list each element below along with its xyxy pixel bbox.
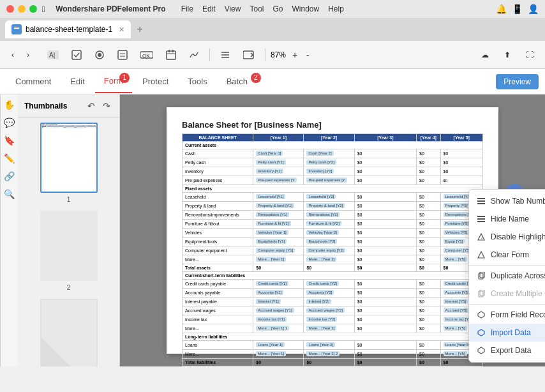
tab-edit[interactable]: Edit — [61, 70, 93, 93]
list-tool-btn[interactable] — [112, 46, 133, 64]
page-num-1: 1 — [66, 195, 70, 203]
preview-button[interactable]: Preview — [496, 74, 539, 89]
zoom-decrease-btn[interactable]: - — [301, 49, 314, 61]
svg-marker-36 — [478, 347, 484, 354]
tab-document[interactable]: balance-sheet-template-1 ✕ — [5, 20, 131, 38]
thumbnail-page-3[interactable]: 3 — [23, 299, 114, 366]
new-tab-button[interactable]: + — [133, 23, 146, 36]
cloud-save-icon[interactable]: ☁ — [476, 46, 494, 64]
menu-item-export-data[interactable]: Export Data — [469, 342, 545, 359]
menu-tool[interactable]: Tool — [246, 3, 267, 15]
tab-protect[interactable]: Protect — [133, 70, 177, 93]
hand-tool-icon[interactable]: ✋ — [4, 100, 15, 110]
thumbnail-page-1[interactable]: Balance Sheet for [Business Name] BALANC… — [23, 123, 114, 203]
menu-item-clear-form-label: Clear Form — [491, 250, 529, 259]
menu-window[interactable]: Window — [288, 3, 323, 15]
device-icon[interactable]: 📱 — [512, 4, 523, 14]
import-data-icon — [477, 328, 486, 337]
close-button[interactable] — [6, 5, 14, 13]
document-page: Balance Sheet for [Business Name] BALANC… — [167, 107, 498, 354]
toolbar-right: ☁ ⬆ ⛶ — [476, 46, 539, 64]
menu-edit[interactable]: Edit — [198, 3, 220, 15]
zoom-icon[interactable]: 🔍 — [4, 189, 15, 199]
menu-file[interactable]: File — [177, 3, 197, 15]
traffic-lights[interactable] — [6, 5, 37, 13]
row-inventory-label: Inventory — [183, 167, 253, 176]
text-tool-btn[interactable]: A| — [42, 46, 64, 64]
show-tab-numbers-icon — [477, 197, 486, 206]
svg-rect-20 — [243, 51, 253, 59]
menu-item-create-copies-label: Create Multiple Copies — [491, 289, 545, 298]
bookmark-icon[interactable]: 🔖 — [4, 135, 15, 146]
menu-item-export-data-label: Export Data — [491, 346, 531, 355]
user-avatar[interactable]: 👤 — [528, 4, 539, 14]
thumbnail-img-3 — [40, 299, 98, 366]
input-tool-btn[interactable]: OK — [135, 46, 158, 64]
tab-form[interactable]: Form 1 — [95, 70, 132, 93]
minimize-button[interactable] — [18, 5, 26, 13]
more-form-btn[interactable] — [238, 46, 260, 64]
col-header-y2: [Year 2] — [304, 134, 354, 142]
doc-title: Balance Sheet for [Business Name] — [182, 120, 483, 130]
document-area[interactable]: Balance Sheet for [Business Name] BALANC… — [120, 94, 545, 366]
balance-sheet-table: BALANCE SHEET [Year 1] [Year 2] [Year 3]… — [182, 133, 483, 366]
svg-marker-34 — [478, 312, 484, 318]
svg-point-7 — [98, 53, 101, 57]
menu-item-disable-highlight[interactable]: ✓ Disable Highlight — [469, 228, 545, 246]
menu-item-show-tab-numbers-label: Show Tab Numbers — [491, 197, 545, 206]
link-icon[interactable]: 🔗 — [4, 171, 15, 181]
tab-close-icon[interactable]: ✕ — [119, 26, 124, 34]
expand-icon[interactable]: ⛶ — [521, 46, 539, 64]
toolbar-btn-back[interactable]: ‹ — [6, 46, 19, 64]
menu-item-duplicate-pages[interactable]: Duplicate Across Pages — [469, 267, 545, 285]
thumbnail-img-1: Balance Sheet for [Business Name] BALANC… — [40, 123, 98, 193]
svg-rect-13 — [167, 51, 175, 59]
clear-form-icon — [477, 250, 486, 259]
sidebar-prev-btn[interactable]: ↶ — [85, 100, 98, 112]
svg-rect-24 — [477, 216, 485, 217]
zoom-increase-btn[interactable]: + — [287, 49, 300, 61]
menu-separator-1 — [469, 265, 545, 266]
sidebar-next-btn[interactable]: ↷ — [100, 100, 113, 112]
align-tool-btn[interactable] — [215, 46, 235, 64]
zoom-control[interactable]: 87% + - — [271, 49, 314, 61]
thumbnail-sidebar: Thumbnails ↶ ↷ Balance Sheet for [Busine… — [18, 94, 120, 366]
checkbox-tool-btn[interactable] — [66, 46, 87, 64]
tab-comment[interactable]: Comment — [6, 70, 60, 93]
menu-help[interactable]: Help — [324, 3, 348, 15]
notifications-icon[interactable]: 🔔 — [496, 4, 507, 14]
toolbar-sep-2 — [265, 49, 265, 61]
toolbar-separator — [209, 49, 210, 61]
menu-item-show-tab-numbers[interactable]: Show Tab Numbers — [469, 192, 545, 210]
radio-tool-btn[interactable] — [89, 46, 110, 64]
menu-item-import-data[interactable]: Import Data — [469, 324, 545, 342]
menu-item-clear-form[interactable]: Clear Form — [469, 246, 545, 264]
col-header-label: BALANCE SHEET — [183, 134, 253, 142]
tab-batch[interactable]: Batch ˅ 2 — [218, 70, 264, 93]
share-icon[interactable]: ⬆ — [499, 46, 516, 64]
menu-view[interactable]: View — [221, 3, 245, 15]
form-badge: 1 — [119, 73, 130, 83]
toolbar-btn-forward[interactable]: › — [22, 46, 34, 64]
edit-icon[interactable]: ✏️ — [4, 153, 15, 163]
menu-item-create-copies: Create Multiple Copies — [469, 285, 545, 303]
tab-doc-icon — [11, 24, 22, 34]
svg-rect-31 — [480, 272, 484, 278]
menu-go[interactable]: Go — [269, 3, 287, 15]
svg-marker-29 — [478, 252, 484, 258]
thumbnail-img-2 — [40, 211, 98, 281]
svg-rect-33 — [480, 290, 484, 296]
tab-tools[interactable]: Tools — [179, 70, 216, 93]
left-sidebar-tools: ✋ 💬 🔖 ✏️ 🔗 🔍 — [0, 94, 18, 366]
menu-item-form-field-recognition[interactable]: Form Field Recognition — [469, 306, 545, 324]
date-tool-btn[interactable] — [161, 46, 181, 64]
svg-rect-1 — [14, 27, 19, 27]
sign-tool-btn[interactable] — [184, 46, 204, 64]
menu-item-duplicate-pages-label: Duplicate Across Pages — [491, 271, 545, 280]
comment-icon[interactable]: 💬 — [4, 117, 15, 128]
thumbnail-page-2[interactable]: 2 — [23, 211, 114, 291]
maximize-button[interactable] — [29, 5, 37, 13]
section-current-assets: Current assets — [183, 142, 483, 149]
tab-comment-label: Comment — [15, 77, 51, 86]
menu-item-hide-name[interactable]: Hide Name — [469, 210, 545, 228]
